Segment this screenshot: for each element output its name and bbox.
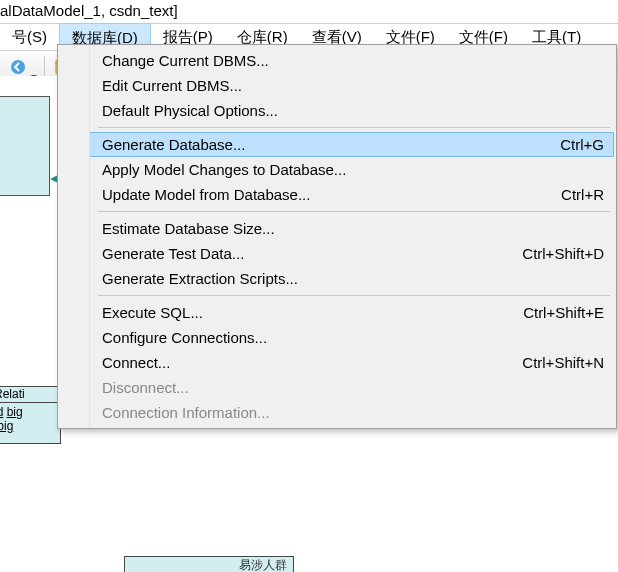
- dropdown-item[interactable]: Configure Connections...: [60, 325, 614, 350]
- dropdown-item-shortcut: Ctrl+R: [541, 186, 604, 203]
- dropdown-item[interactable]: Generate Extraction Scripts...: [60, 266, 614, 291]
- dropdown-item-label: Configure Connections...: [102, 329, 604, 346]
- dropdown-item-shortcut: Ctrl+Shift+N: [502, 354, 604, 371]
- toolbar-separator: [44, 56, 45, 78]
- dropdown-item[interactable]: Update Model from Database...Ctrl+R: [60, 182, 614, 207]
- dropdown-item-label: Update Model from Database...: [102, 186, 541, 203]
- dropdown-item-label: Generate Database...: [102, 136, 540, 153]
- dropdown-item-label: Connect...: [102, 354, 502, 371]
- dropdown-item[interactable]: Apply Model Changes to Database...: [60, 157, 614, 182]
- database-dropdown-menu: Change Current DBMS...Edit Current DBMS.…: [57, 44, 617, 429]
- dropdown-item[interactable]: Edit Current DBMS...: [60, 73, 614, 98]
- dropdown-separator: [98, 127, 610, 128]
- dropdown-item-label: Disconnect...: [102, 379, 604, 396]
- entity-col-right: big: [0, 419, 13, 433]
- dropdown-item[interactable]: Generate Database...Ctrl+G: [60, 132, 614, 157]
- dropdown-gutter: [58, 45, 90, 428]
- dropdown-item[interactable]: Execute SQL...Ctrl+Shift+E: [60, 300, 614, 325]
- dropdown-item[interactable]: Estimate Database Size...: [60, 216, 614, 241]
- dropdown-item-label: Apply Model Changes to Database...: [102, 161, 604, 178]
- dropdown-item[interactable]: Change Current DBMS...: [60, 48, 614, 73]
- dropdown-item-shortcut: Ctrl+Shift+D: [502, 245, 604, 262]
- dropdown-item: Disconnect...: [60, 375, 614, 400]
- entity-header: Relati: [0, 387, 58, 403]
- dropdown-item[interactable]: Default Physical Options...: [60, 98, 614, 123]
- diagram-entity-fragment[interactable]: [0, 96, 50, 196]
- dropdown-item-label: Generate Extraction Scripts...: [102, 270, 604, 287]
- dropdown-item-shortcut: Ctrl+Shift+E: [503, 304, 604, 321]
- dropdown-item-label: Generate Test Data...: [102, 245, 502, 262]
- dropdown-separator: [98, 295, 610, 296]
- dropdown-item[interactable]: Connect...Ctrl+Shift+N: [60, 350, 614, 375]
- entity-col-left: id: [0, 405, 3, 419]
- dropdown-item-label: Estimate Database Size...: [102, 220, 604, 237]
- diagram-small-box[interactable]: 易涉人群: [124, 556, 294, 572]
- dropdown-item-label: Default Physical Options...: [102, 102, 604, 119]
- dropdown-item-label: Change Current DBMS...: [102, 52, 604, 69]
- dropdown-item-label: Execute SQL...: [102, 304, 503, 321]
- window-title-fragment: alDataModel_1, csdn_text]: [0, 0, 618, 23]
- entity-row: big: [0, 419, 58, 433]
- dropdown-separator: [98, 211, 610, 212]
- svg-point-0: [11, 60, 25, 74]
- entity-row: id big: [0, 405, 58, 419]
- entity-col-right: big: [7, 405, 23, 419]
- back-icon: [10, 59, 26, 75]
- menubar-item[interactable]: 号(S): [0, 24, 59, 50]
- small-box-text: 易涉人群: [239, 558, 287, 572]
- dropdown-item: Connection Information...: [60, 400, 614, 425]
- dropdown-item-label: Edit Current DBMS...: [102, 77, 604, 94]
- dropdown-item-label: Connection Information...: [102, 404, 604, 421]
- dropdown-item[interactable]: Generate Test Data...Ctrl+Shift+D: [60, 241, 614, 266]
- dropdown-item-shortcut: Ctrl+G: [540, 136, 604, 153]
- entity-relati-box[interactable]: Relati id big big: [0, 386, 61, 444]
